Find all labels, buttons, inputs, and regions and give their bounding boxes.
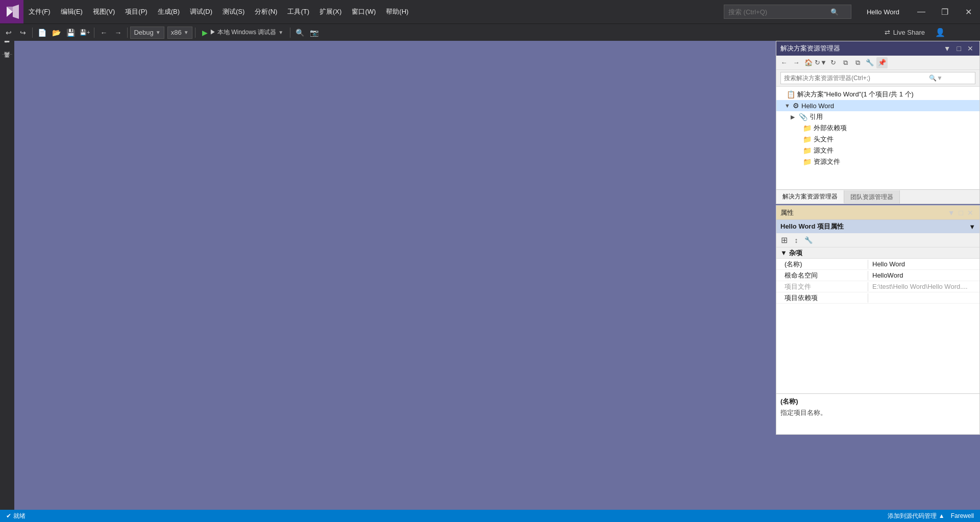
sidebar-tab-toolbox[interactable]: 工具箱 bbox=[2, 58, 12, 66]
project-label: Hello Word bbox=[801, 102, 834, 110]
panel-minimize-button[interactable]: ▼ bbox=[942, 43, 953, 54]
sol-prop-copy-button[interactable]: ⧉ bbox=[852, 57, 863, 68]
solution-root-item[interactable]: 📋 解决方案"Hello Word"(1 个项目/共 1 个) bbox=[776, 89, 979, 100]
solution-explorer-tabs: 解决方案资源管理器 团队资源管理器 bbox=[776, 189, 979, 204]
close-button[interactable]: ✕ bbox=[957, 0, 980, 23]
props-desc-text: 指定项目名称。 bbox=[780, 408, 975, 417]
src-icon: 📁 bbox=[803, 146, 812, 155]
solution-search-input[interactable] bbox=[784, 74, 927, 82]
source-control-button[interactable]: 添加到源代码管理 ▲ bbox=[886, 512, 946, 520]
minimize-button[interactable]: — bbox=[910, 0, 933, 23]
restore-button[interactable]: ❐ bbox=[933, 0, 957, 23]
project-arrow: ▼ bbox=[785, 103, 791, 109]
menu-item-build[interactable]: 生成(B) bbox=[153, 0, 185, 23]
sol-forward-button[interactable]: → bbox=[791, 57, 802, 68]
ext-label: 外部依赖项 bbox=[814, 123, 847, 133]
props-close-button[interactable]: ✕ bbox=[965, 208, 975, 218]
sol-home-button[interactable]: 🏠 bbox=[803, 57, 814, 68]
references-item[interactable]: ▶ 📎 引用 bbox=[776, 111, 979, 122]
magnify-button[interactable]: 🔍 bbox=[293, 26, 306, 39]
search-box[interactable]: 🔍 bbox=[724, 5, 851, 19]
run-dropdown-arrow: ▼ bbox=[278, 30, 283, 35]
redo-button[interactable]: ↪ bbox=[16, 26, 30, 39]
save-all-button[interactable]: 💾+ bbox=[78, 26, 91, 39]
props-row-namespace[interactable]: 根命名空间 HelloWord bbox=[776, 270, 979, 281]
menu-item-view[interactable]: 视图(V) bbox=[88, 0, 120, 23]
status-right: 添加到源代码管理 ▲ Farewell bbox=[886, 512, 976, 520]
config-dropdown[interactable]: Debug ▼ bbox=[130, 27, 164, 39]
sol-back-button[interactable]: ← bbox=[778, 57, 790, 68]
liveshare-button[interactable]: ⇄ Live Share bbox=[880, 27, 929, 38]
props-wrench-button[interactable]: 🔧 bbox=[803, 235, 814, 246]
menu-item-edit[interactable]: 编辑(E) bbox=[56, 0, 88, 23]
liveshare-label: Live Share bbox=[893, 29, 925, 36]
properties-toolbar: ⊞ ↕ 🔧 bbox=[776, 233, 979, 247]
resource-files-item[interactable]: 📁 资源文件 bbox=[776, 156, 979, 167]
solution-search-container: 🔍▼ bbox=[776, 70, 979, 87]
panel-close-button[interactable]: ✕ bbox=[965, 43, 975, 54]
menu-item-analyze[interactable]: 分析(N) bbox=[250, 0, 282, 23]
sol-sync-button[interactable]: ↻▼ bbox=[815, 57, 826, 68]
panel-restore-button[interactable]: □ bbox=[955, 43, 963, 54]
ext-icon: 📁 bbox=[803, 124, 812, 132]
back-button[interactable]: ← bbox=[97, 26, 110, 39]
profile-button[interactable]: 👤 bbox=[933, 26, 947, 40]
encoding-label[interactable]: Farewell bbox=[949, 512, 976, 519]
sol-pin-button[interactable]: 📌 bbox=[876, 57, 888, 68]
menu-item-project[interactable]: 项目(P) bbox=[120, 0, 152, 23]
new-file-button[interactable]: 📄 bbox=[35, 26, 48, 39]
search-icon[interactable]: 🔍 bbox=[830, 8, 839, 16]
ext-deps-item[interactable]: 📁 外部依赖项 bbox=[776, 122, 979, 134]
open-file-button[interactable]: 📂 bbox=[50, 26, 63, 39]
tab-team-explorer[interactable]: 团队资源管理器 bbox=[844, 190, 900, 204]
save-button[interactable]: 💾 bbox=[64, 26, 77, 39]
props-minimize-button[interactable]: ▼ bbox=[946, 208, 957, 218]
window-controls: — ❐ ✕ bbox=[910, 0, 980, 23]
sol-copy-button[interactable]: ⧉ bbox=[840, 57, 851, 68]
header-label: 头文件 bbox=[814, 135, 834, 144]
props-categorized-button[interactable]: ⊞ bbox=[778, 235, 790, 246]
props-key-projectfile: 项目文件 bbox=[776, 282, 868, 291]
solution-icon: 📋 bbox=[787, 90, 795, 98]
menu-item-extensions[interactable]: 扩展(X) bbox=[314, 0, 347, 23]
toolbar-separator-1 bbox=[32, 28, 33, 38]
properties-title-bar: 属性 ▼ □ ✕ bbox=[776, 206, 979, 220]
menu-item-debug[interactable]: 调试(D) bbox=[185, 0, 217, 23]
sidebar-tab-server-explorer[interactable]: 服务器资源管理器 bbox=[2, 43, 12, 51]
run-icon: ▶ bbox=[202, 29, 208, 37]
sidebar-divider bbox=[2, 54, 12, 55]
toolbar-separator-2 bbox=[94, 28, 94, 38]
solution-search-box[interactable]: 🔍▼ bbox=[780, 72, 975, 84]
header-files-item[interactable]: 📁 头文件 bbox=[776, 134, 979, 145]
menu-item-test[interactable]: 测试(S) bbox=[217, 0, 250, 23]
props-restore-button[interactable]: □ bbox=[957, 208, 965, 218]
menu-item-file[interactable]: 文件(F) bbox=[23, 0, 56, 23]
tab-solution-explorer[interactable]: 解决方案资源管理器 bbox=[776, 190, 844, 204]
svg-marker-1 bbox=[13, 5, 19, 19]
sol-settings-button[interactable]: 🔧 bbox=[864, 57, 875, 68]
sol-refresh-button[interactable]: ↻ bbox=[827, 57, 839, 68]
project-item[interactable]: ▼ ⚙ Hello Word bbox=[776, 100, 979, 111]
search-input[interactable] bbox=[728, 8, 830, 16]
status-ready[interactable]: ✔ 就绪 bbox=[4, 510, 28, 522]
menu-item-help[interactable]: 帮助(H) bbox=[381, 0, 413, 23]
props-alpha-button[interactable]: ↕ bbox=[791, 235, 802, 246]
screenshot-button[interactable]: 📷 bbox=[307, 26, 321, 39]
menu-item-tools[interactable]: 工具(T) bbox=[282, 0, 314, 23]
platform-dropdown[interactable]: x86 ▼ bbox=[167, 27, 192, 39]
menu-bar: 文件(F) 编辑(E) 视图(V) 项目(P) 生成(B) 调试(D) 测试(S… bbox=[23, 0, 719, 23]
solution-label: 解决方案"Hello Word"(1 个项目/共 1 个) bbox=[797, 90, 914, 99]
res-icon: 📁 bbox=[803, 158, 812, 166]
menu-item-window[interactable]: 窗口(W) bbox=[347, 0, 381, 23]
refs-icon: 📎 bbox=[799, 113, 807, 121]
props-row-projectfile[interactable]: 项目文件 E:\test\Hello Word\Hello Word.... bbox=[776, 281, 979, 292]
run-button[interactable]: ▶ ▶ 本地 Windows 调试器 ▼ bbox=[198, 26, 288, 39]
forward-button[interactable]: → bbox=[111, 26, 125, 39]
properties-header-text: Hello Word 项目属性 bbox=[780, 222, 844, 231]
properties-header: Hello Word 项目属性 ▼ bbox=[776, 220, 979, 233]
undo-button[interactable]: ↩ bbox=[2, 26, 15, 39]
source-files-item[interactable]: 📁 源文件 bbox=[776, 145, 979, 156]
props-row-projdeps[interactable]: 项目依赖项 bbox=[776, 292, 979, 304]
props-row-name[interactable]: (名称) Hello Word bbox=[776, 259, 979, 270]
status-bar: ✔ 就绪 添加到源代码管理 ▲ Farewell bbox=[0, 510, 980, 522]
